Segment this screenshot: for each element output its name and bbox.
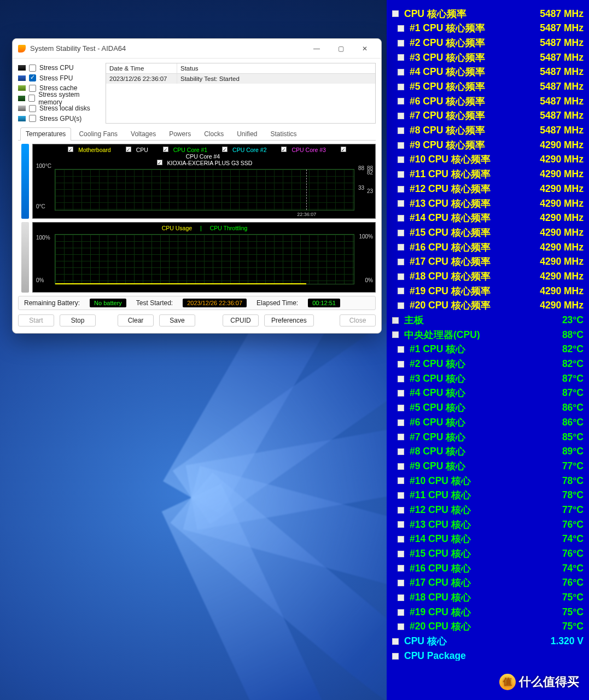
log-header-status[interactable]: Status bbox=[177, 63, 375, 73]
osd-label: #12 CPU 核心频率 bbox=[410, 184, 535, 194]
tab-voltages[interactable]: Voltages bbox=[125, 127, 161, 141]
osd-label: #19 CPU 核心频率 bbox=[410, 287, 535, 296]
osd-value: 5487 MHz bbox=[535, 97, 584, 107]
legend-checkbox-icon[interactable] bbox=[281, 147, 287, 152]
clear-button[interactable]: Clear bbox=[118, 314, 154, 326]
osd-label: 中央处理器(CPU) bbox=[404, 330, 558, 340]
osd-row: #5 CPU 核心86°C bbox=[392, 401, 584, 416]
tab-unified[interactable]: Unified bbox=[231, 127, 263, 141]
osd-row: #17 CPU 核心76°C bbox=[392, 576, 584, 591]
osd-row: #9 CPU 核心频率4290 MHz bbox=[392, 138, 584, 153]
cpuid-button[interactable]: CPUID bbox=[223, 314, 259, 326]
legend-checkbox-icon[interactable] bbox=[222, 147, 228, 152]
osd-value: 75°C bbox=[558, 593, 584, 603]
tab-clocks[interactable]: Clocks bbox=[199, 127, 229, 141]
gpu-icon bbox=[18, 116, 26, 121]
osd-value: 87°C bbox=[558, 374, 584, 384]
stress-gpu-option[interactable]: Stress GPU(s) bbox=[18, 114, 100, 124]
log-header-date[interactable]: Date & Time bbox=[106, 63, 177, 73]
osd-value: 4290 MHz bbox=[535, 301, 584, 311]
bullet-icon bbox=[398, 551, 404, 557]
maximize-button[interactable]: ▢ bbox=[329, 41, 353, 56]
legend-checkbox-icon[interactable] bbox=[341, 147, 346, 152]
osd-row: #6 CPU 核心86°C bbox=[392, 415, 584, 430]
osd-label: #5 CPU 核心 bbox=[410, 403, 558, 413]
r-val: 88 bbox=[358, 165, 364, 171]
bullet-icon bbox=[398, 448, 404, 455]
osd-label: #13 CPU 核心频率 bbox=[410, 199, 535, 209]
legend-checkbox-icon[interactable] bbox=[68, 147, 73, 152]
preferences-button[interactable]: Preferences bbox=[264, 314, 314, 326]
tab-temperatures[interactable]: Temperatures bbox=[20, 127, 71, 141]
stress-disk-option[interactable]: Stress local disks bbox=[18, 103, 100, 114]
legend-checkbox-icon[interactable] bbox=[163, 147, 168, 152]
osd-label: #3 CPU 核心 bbox=[410, 374, 558, 384]
osd-label: #1 CPU 核心 bbox=[410, 345, 558, 354]
tab-statistics[interactable]: Statistics bbox=[265, 127, 302, 141]
osd-value: 4290 MHz bbox=[535, 170, 584, 179]
close-button-bottom[interactable]: Close bbox=[340, 314, 376, 326]
log-row[interactable]: 2023/12/26 22:36:07 Stability Test: Star… bbox=[106, 74, 375, 84]
osd-row: #1 CPU 核心82°C bbox=[392, 342, 584, 357]
bullet-icon bbox=[398, 405, 404, 411]
sidebar-gauge bbox=[18, 222, 32, 293]
bullet-icon bbox=[398, 156, 404, 163]
titlebar[interactable]: System Stability Test - AIDA64 — ▢ ✕ bbox=[13, 39, 381, 59]
osd-label: #8 CPU 核心频率 bbox=[410, 126, 535, 136]
bullet-icon bbox=[392, 10, 399, 17]
stress-gpu-checkbox[interactable] bbox=[29, 115, 36, 122]
start-button[interactable]: Start bbox=[18, 314, 54, 326]
osd-value: 89°C bbox=[558, 447, 584, 457]
stress-cpu-option[interactable]: Stress CPU bbox=[18, 63, 100, 73]
stress-fpu-option[interactable]: Stress FPU bbox=[18, 73, 100, 84]
osd-label: #15 CPU 核心频率 bbox=[410, 228, 535, 238]
osd-value: 76°C bbox=[558, 578, 584, 588]
osd-label: #4 CPU 核心频率 bbox=[410, 67, 535, 77]
stress-fpu-label: Stress FPU bbox=[39, 74, 73, 82]
osd-label: #20 CPU 核心 bbox=[410, 622, 558, 632]
temperature-graph: Motherboard CPU CPU Core #1 CPU Core #2 … bbox=[32, 144, 376, 219]
osd-label: #1 CPU 核心频率 bbox=[410, 24, 535, 33]
osd-value: 86°C bbox=[558, 403, 584, 413]
tab-cooling-fans[interactable]: Cooling Fans bbox=[73, 127, 123, 141]
minimize-button[interactable]: — bbox=[305, 41, 329, 56]
stress-memory-option[interactable]: Stress system memory bbox=[18, 94, 100, 104]
stress-disk-checkbox[interactable] bbox=[29, 105, 36, 112]
osd-value: 77°C bbox=[558, 462, 584, 471]
osd-motherboard: 主板 23°C bbox=[392, 313, 584, 328]
stress-memory-label: Stress system memory bbox=[38, 91, 100, 106]
bullet-icon bbox=[398, 477, 404, 484]
stop-button[interactable]: Stop bbox=[60, 314, 96, 326]
y-axis-top: 100°C bbox=[36, 163, 51, 169]
graph-tabbar: Temperatures Cooling Fans Voltages Power… bbox=[18, 127, 376, 141]
osd-row: #3 CPU 核心87°C bbox=[392, 371, 584, 386]
stress-memory-checkbox[interactable] bbox=[28, 95, 35, 102]
event-log[interactable]: Date & Time Status 2023/12/26 22:36:07 S… bbox=[106, 63, 376, 124]
bullet-icon bbox=[398, 84, 404, 90]
osd-row: #10 CPU 核心78°C bbox=[392, 474, 584, 488]
osd-value: 86°C bbox=[558, 418, 584, 428]
bullet-icon bbox=[398, 434, 404, 440]
osd-label: #18 CPU 核心 bbox=[410, 593, 558, 603]
osd-row: #20 CPU 核心75°C bbox=[392, 620, 584, 634]
tab-powers[interactable]: Powers bbox=[164, 127, 196, 141]
osd-row: #5 CPU 核心频率5487 MHz bbox=[392, 79, 584, 94]
legend-checkbox-icon[interactable] bbox=[126, 147, 131, 152]
save-button[interactable]: Save bbox=[159, 314, 195, 326]
osd-label: #4 CPU 核心 bbox=[410, 388, 558, 398]
window-title: System Stability Test - AIDA64 bbox=[30, 44, 305, 52]
bullet-icon bbox=[398, 127, 404, 134]
osd-row: #3 CPU 核心频率5487 MHz bbox=[392, 50, 584, 65]
stress-fpu-checkbox[interactable] bbox=[29, 74, 36, 81]
osd-value: 74°C bbox=[558, 564, 584, 574]
fpu-icon bbox=[18, 75, 26, 81]
r-val: 82 bbox=[367, 170, 373, 176]
close-button[interactable]: ✕ bbox=[353, 41, 377, 56]
stress-cache-checkbox[interactable] bbox=[29, 85, 36, 92]
stress-cpu-checkbox[interactable] bbox=[29, 65, 36, 72]
osd-label: 主板 bbox=[404, 316, 558, 325]
legend-checkbox-icon[interactable] bbox=[157, 160, 162, 165]
osd-value: 5487 MHz bbox=[535, 38, 584, 48]
osd-label: #17 CPU 核心频率 bbox=[410, 257, 535, 267]
osd-row: #13 CPU 核心76°C bbox=[392, 517, 584, 532]
